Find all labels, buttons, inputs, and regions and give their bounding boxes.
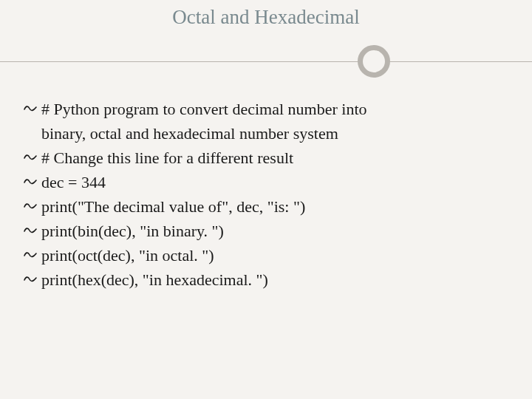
bullet-icon	[24, 97, 41, 119]
code-line: print(bin(dec), "in binary. ")	[24, 219, 508, 243]
code-text: print(oct(dec), "in octal. ")	[41, 243, 508, 267]
code-text: # Python program to convert decimal numb…	[41, 97, 508, 121]
divider-circle-icon	[358, 45, 390, 78]
code-line: # Change this line for a different resul…	[24, 146, 508, 170]
code-line: print(hex(dec), "in hexadecimal. ")	[24, 267, 508, 292]
bullet-icon	[24, 146, 41, 168]
code-line: dec = 344	[24, 170, 508, 194]
code-text: print("The decimal value of", dec, "is: …	[41, 194, 508, 219]
bullet-icon	[24, 243, 41, 265]
bullet-icon	[24, 194, 41, 216]
code-text: dec = 344	[41, 170, 508, 194]
content-body: # Python program to convert decimal numb…	[21, 97, 511, 292]
slide-container: Octal and Hexadecimal # Python program t…	[0, 0, 532, 399]
code-line: print("The decimal value of", dec, "is: …	[24, 194, 508, 219]
bullet-icon	[24, 170, 41, 192]
code-line: # Python program to convert decimal numb…	[24, 97, 508, 121]
code-line: binary, octal and hexadecimal number sys…	[24, 121, 508, 146]
slide-title: Octal and Hexadecimal	[21, 0, 511, 61]
code-text: print(bin(dec), "in binary. ")	[41, 219, 508, 243]
bullet-icon	[24, 219, 41, 241]
code-text: binary, octal and hexadecimal number sys…	[41, 121, 508, 146]
code-text: # Change this line for a different resul…	[41, 146, 508, 170]
code-line: print(oct(dec), "in octal. ")	[24, 243, 508, 267]
divider-line	[0, 61, 532, 62]
bullet-icon	[24, 267, 41, 290]
code-text: print(hex(dec), "in hexadecimal. ")	[41, 267, 508, 292]
